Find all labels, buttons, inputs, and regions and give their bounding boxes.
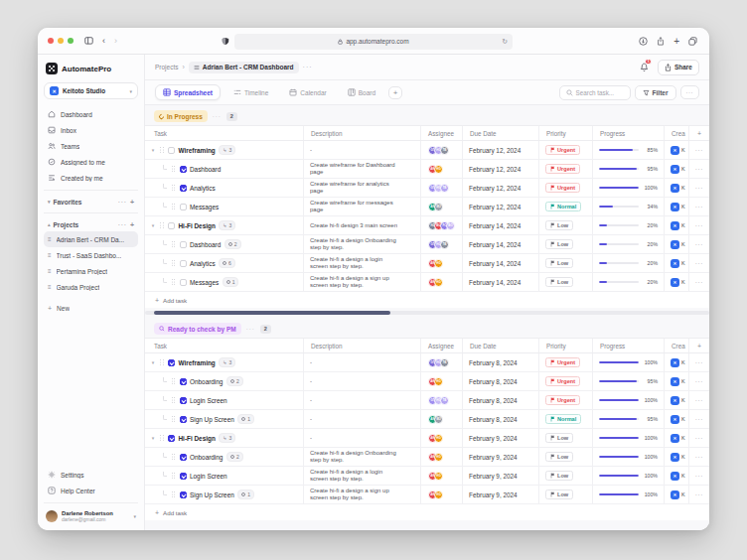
task-checkbox[interactable]: [168, 359, 175, 366]
tab-overview-icon[interactable]: [688, 37, 697, 46]
projects-add-icon[interactable]: +: [130, 221, 134, 228]
row-menu-button[interactable]: ···: [688, 273, 709, 291]
drag-handle-icon[interactable]: [171, 396, 176, 404]
task-row[interactable]: Onboarding2Create hi-fi a design Onboard…: [145, 448, 709, 467]
search-input[interactable]: Search task...: [559, 85, 631, 100]
expand-caret-icon[interactable]: ▾: [150, 435, 156, 441]
drag-handle-icon[interactable]: [160, 221, 165, 229]
drag-handle-icon[interactable]: [171, 165, 176, 173]
drag-handle-icon[interactable]: [171, 490, 176, 498]
sidebar-item-created-by-me[interactable]: Created by me: [44, 170, 138, 186]
task-row[interactable]: MessagesCreate wireframe for messages pa…: [145, 198, 709, 216]
task-checkbox[interactable]: [180, 378, 187, 385]
notifications-button[interactable]: 1: [637, 61, 652, 74]
sidebar-project-pertamina-project[interactable]: ≡Pertamina Project: [44, 263, 138, 279]
row-menu-button[interactable]: ···: [688, 254, 709, 272]
task-row[interactable]: Login Screen-GTHGTBFebruary 8, 2024Urgen…: [145, 391, 709, 410]
task-checkbox[interactable]: [180, 260, 187, 267]
sidebar-item-assigned-to-me[interactable]: Assigned to me: [44, 154, 138, 170]
user-profile[interactable]: Darlene Robertson darlene@gmail.com ▾: [44, 507, 138, 522]
close-window-button[interactable]: [48, 38, 54, 44]
forward-button[interactable]: ›: [114, 37, 117, 46]
task-checkbox[interactable]: [180, 473, 187, 480]
task-row[interactable]: Sign Up Screen1Create hi-fi a design a s…: [145, 486, 709, 504]
favorites-more-icon[interactable]: ···: [118, 199, 127, 205]
drag-handle-icon[interactable]: [171, 203, 176, 210]
filter-button[interactable]: Filter: [635, 85, 676, 100]
tab-spreadsheet[interactable]: Spreadsheet: [155, 84, 221, 100]
row-menu-button[interactable]: ···: [688, 160, 709, 178]
row-menu-button[interactable]: ···: [688, 486, 709, 503]
row-menu-button[interactable]: ···: [688, 179, 709, 197]
row-menu-button[interactable]: ···: [688, 353, 709, 371]
task-row[interactable]: Analytics6Create hi-fi a design a login …: [145, 254, 709, 273]
task-row[interactable]: Login ScreenCreate hi-fi a design a logi…: [145, 467, 709, 486]
row-menu-button[interactable]: ···: [688, 235, 709, 253]
drag-handle-icon[interactable]: [171, 415, 176, 423]
sidebar-project-garuda-project[interactable]: ≡Garuda Project: [44, 279, 138, 295]
row-menu-button[interactable]: ···: [688, 391, 709, 409]
task-row[interactable]: DashboardCreate wireframe for Dashboard …: [145, 160, 709, 179]
row-menu-button[interactable]: ···: [688, 216, 709, 234]
task-row[interactable]: ▾Wireframing↳3-GTHGTBFebruary 8, 2024Urg…: [145, 353, 709, 372]
group-status-badge[interactable]: In Progress: [154, 110, 208, 122]
sidebar-item-inbox[interactable]: Inbox: [44, 122, 138, 138]
task-row[interactable]: Messages1Create hi-fi a design a sign up…: [145, 273, 709, 292]
row-menu-button[interactable]: ···: [688, 429, 709, 447]
group-more-icon[interactable]: ···: [246, 326, 255, 332]
maximize-window-button[interactable]: [68, 38, 74, 44]
projects-section-header[interactable]: ▴ Projects ··· +: [44, 217, 138, 231]
expand-caret-icon[interactable]: ▾: [150, 359, 156, 365]
task-checkbox[interactable]: [168, 147, 175, 154]
task-checkbox[interactable]: [180, 454, 187, 461]
task-checkbox[interactable]: [168, 222, 175, 229]
drag-handle-icon[interactable]: [160, 358, 165, 366]
favorites-add-icon[interactable]: +: [130, 199, 134, 206]
drag-handle-icon[interactable]: [171, 472, 176, 480]
row-menu-button[interactable]: ···: [688, 372, 709, 390]
task-row[interactable]: AnalyticsCreate wireframe for analytics …: [145, 179, 709, 198]
task-row[interactable]: ▾Hi-Fi Design↳3-AKHGFebruary 9, 2024Low1…: [145, 429, 709, 448]
group-status-badge[interactable]: Ready to check by PM: [154, 323, 241, 335]
group-more-icon[interactable]: ···: [213, 113, 222, 119]
drag-handle-icon[interactable]: [171, 278, 176, 286]
tab-timeline[interactable]: Timeline: [225, 85, 276, 99]
add-column-button[interactable]: +: [688, 126, 709, 140]
new-button[interactable]: + New: [44, 300, 138, 316]
expand-caret-icon[interactable]: ▾: [150, 222, 156, 228]
expand-caret-icon[interactable]: ▾: [150, 147, 156, 153]
sidebar-item-help-center[interactable]: Help Center: [44, 483, 138, 498]
drag-handle-icon[interactable]: [171, 259, 176, 267]
add-task-button[interactable]: +Add task: [145, 292, 709, 308]
view-more-button[interactable]: ···: [680, 85, 700, 99]
breadcrumb-more-icon[interactable]: ···: [303, 64, 313, 70]
workspace-selector[interactable]: ✕ Keitoto Studio ▾: [44, 82, 138, 99]
tab-board[interactable]: Board: [340, 85, 383, 99]
sidebar-toggle-icon[interactable]: [84, 37, 93, 45]
task-checkbox[interactable]: [180, 491, 187, 498]
row-menu-button[interactable]: ···: [688, 410, 709, 428]
shield-icon[interactable]: [222, 37, 229, 46]
add-view-button[interactable]: +: [388, 86, 402, 99]
favorites-section-header[interactable]: ▾ Favorites ··· +: [44, 195, 138, 209]
row-menu-button[interactable]: ···: [688, 198, 709, 215]
drag-handle-icon[interactable]: [160, 146, 165, 154]
drag-handle-icon[interactable]: [171, 377, 176, 385]
task-checkbox[interactable]: [180, 416, 187, 423]
drag-handle-icon[interactable]: [171, 240, 176, 248]
row-menu-button[interactable]: ···: [688, 141, 709, 159]
share-button[interactable]: Share: [658, 60, 699, 75]
task-checkbox[interactable]: [180, 185, 187, 192]
sidebar-item-dashboard[interactable]: Dashboard: [44, 106, 138, 122]
sidebar-project-trust-saas-dashbo[interactable]: ≡Trust - SaaS Dashbo...: [44, 247, 138, 263]
add-column-button[interactable]: +: [688, 339, 709, 352]
task-checkbox[interactable]: [180, 204, 187, 210]
task-row[interactable]: ▾Hi-Fi Design↳3Create hi-fi design 3 mai…: [145, 216, 709, 235]
sidebar-item-teams[interactable]: Teams: [44, 138, 138, 154]
drag-handle-icon[interactable]: [171, 453, 176, 461]
task-checkbox[interactable]: [168, 435, 175, 442]
breadcrumb-current[interactable]: Adrian Bert - CRM Dashboard: [189, 62, 299, 73]
breadcrumb-root[interactable]: Projects: [155, 64, 178, 70]
sidebar-project-adrian-bert-crm-da[interactable]: ≡Adrian Bert - CRM Da...: [44, 231, 138, 247]
new-tab-icon[interactable]: +: [673, 37, 679, 47]
